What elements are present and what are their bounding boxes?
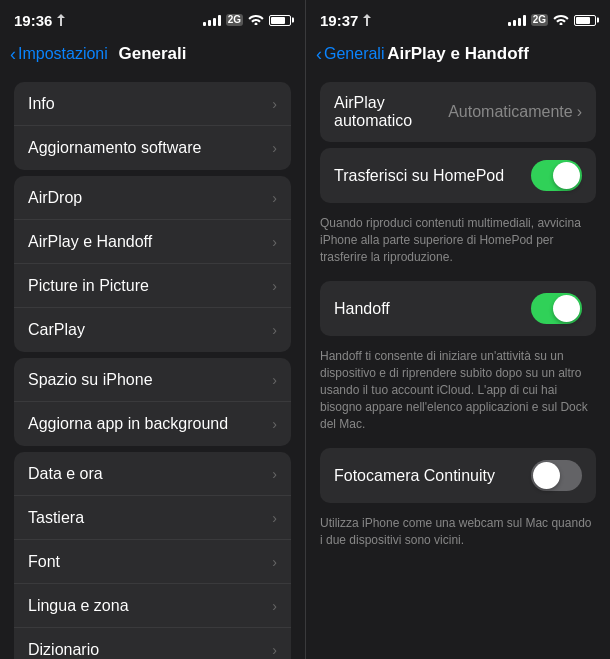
location-icon	[56, 14, 66, 26]
left-row-carplay-chevron	[272, 322, 277, 338]
left-status-bar: 19:36 2G	[0, 0, 305, 36]
left-row-pip-chevron	[272, 278, 277, 294]
right-time-text: 19:37	[320, 12, 358, 29]
right-status-icons: 2G	[508, 13, 596, 28]
left-row-airplay[interactable]: AirPlay e Handoff	[14, 220, 291, 264]
left-row-info-label: Info	[28, 95, 55, 113]
right-airplay-label: AirPlay automatico	[334, 94, 448, 130]
right-continuity-section: Fotocamera Continuity	[320, 448, 596, 503]
left-wifi-icon	[248, 13, 264, 28]
right-back-chevron: ‹	[316, 45, 322, 63]
right-handoff-description: Handoff ti consente di iniziare un'attiv…	[306, 342, 610, 442]
left-back-label: Impostazioni	[18, 45, 108, 63]
right-continuity-label: Fotocamera Continuity	[334, 467, 495, 485]
left-group-3: Spazio su iPhone Aggiorna app in backgro…	[14, 358, 291, 446]
left-row-aggiorna[interactable]: Aggiorna app in background	[14, 402, 291, 446]
left-row-info-chevron	[272, 96, 277, 112]
left-row-info[interactable]: Info	[14, 82, 291, 126]
left-row-airdrop[interactable]: AirDrop	[14, 176, 291, 220]
right-continuity-knob	[533, 462, 560, 489]
right-nav-bar: ‹ Generali AirPlay e Handoff	[306, 36, 610, 76]
left-time: 19:36	[14, 12, 66, 29]
right-homepod-label: Trasferisci su HomePod	[334, 167, 504, 185]
left-row-spazio-chevron	[272, 372, 277, 388]
right-wifi-icon	[553, 13, 569, 28]
left-row-data-label: Data e ora	[28, 465, 103, 483]
right-handoff-knob	[553, 295, 580, 322]
left-group-4: Data e ora Tastiera Font Lingua e zona	[14, 452, 291, 659]
right-handoff-toggle[interactable]	[531, 293, 582, 324]
left-back-button[interactable]: ‹ Impostazioni	[10, 45, 108, 63]
left-row-font-chevron	[272, 554, 277, 570]
left-2g-badge: 2G	[226, 14, 243, 26]
left-row-dizionario[interactable]: Dizionario	[14, 628, 291, 659]
left-row-spazio[interactable]: Spazio su iPhone	[14, 358, 291, 402]
left-row-tastiera-label: Tastiera	[28, 509, 84, 527]
left-row-tastiera[interactable]: Tastiera	[14, 496, 291, 540]
right-2g-badge: 2G	[531, 14, 548, 26]
left-row-software[interactable]: Aggiornamento software	[14, 126, 291, 170]
right-handoff-label: Handoff	[334, 300, 390, 318]
left-time-text: 19:36	[14, 12, 52, 29]
right-time: 19:37	[320, 12, 372, 29]
left-back-chevron: ‹	[10, 45, 16, 63]
left-row-font-label: Font	[28, 553, 60, 571]
left-signal	[203, 14, 221, 26]
left-nav-title: Generali	[118, 44, 186, 64]
right-homepod-description: Quando riproduci contenuti multimediali,…	[306, 209, 610, 275]
right-handoff-row[interactable]: Handoff	[320, 281, 596, 336]
right-nav-title: AirPlay e Handoff	[387, 44, 529, 64]
right-homepod-knob	[553, 162, 580, 189]
left-row-aggiorna-chevron	[272, 416, 277, 432]
right-battery-icon	[574, 15, 596, 26]
left-row-carplay-label: CarPlay	[28, 321, 85, 339]
left-row-aggiorna-label: Aggiorna app in background	[28, 415, 228, 433]
left-settings-scroll[interactable]: Info Aggiornamento software AirDrop	[0, 76, 305, 659]
left-row-tastiera-chevron	[272, 510, 277, 526]
right-location-icon	[362, 14, 372, 26]
right-airplay-chevron	[577, 103, 582, 121]
left-group-1: Info Aggiornamento software	[14, 82, 291, 170]
left-row-pip[interactable]: Picture in Picture	[14, 264, 291, 308]
left-panel: 19:36 2G ‹ Im	[0, 0, 305, 659]
right-content[interactable]: AirPlay automatico Automaticamente Trasf…	[306, 76, 610, 659]
left-row-pip-label: Picture in Picture	[28, 277, 149, 295]
left-row-font[interactable]: Font	[14, 540, 291, 584]
right-homepod-section: Trasferisci su HomePod	[320, 148, 596, 203]
left-row-data[interactable]: Data e ora	[14, 452, 291, 496]
right-airplay-row[interactable]: AirPlay automatico Automaticamente	[320, 82, 596, 142]
left-status-icons: 2G	[203, 13, 291, 28]
left-row-airdrop-chevron	[272, 190, 277, 206]
right-homepod-toggle[interactable]	[531, 160, 582, 191]
right-continuity-toggle[interactable]	[531, 460, 582, 491]
left-row-lingua[interactable]: Lingua e zona	[14, 584, 291, 628]
right-panel: 19:37 2G ‹ Ge	[305, 0, 610, 659]
left-row-airdrop-label: AirDrop	[28, 189, 82, 207]
left-battery-icon	[269, 15, 291, 26]
right-continuity-row[interactable]: Fotocamera Continuity	[320, 448, 596, 503]
right-homepod-row[interactable]: Trasferisci su HomePod	[320, 148, 596, 203]
right-back-button[interactable]: ‹ Generali	[316, 45, 384, 63]
right-status-bar: 19:37 2G	[306, 0, 610, 36]
left-row-dizionario-chevron	[272, 642, 277, 658]
left-row-lingua-label: Lingua e zona	[28, 597, 129, 615]
left-row-carplay[interactable]: CarPlay	[14, 308, 291, 352]
right-airplay-value: Automaticamente	[448, 103, 573, 121]
left-row-data-chevron	[272, 466, 277, 482]
right-handoff-section: Handoff	[320, 281, 596, 336]
right-signal	[508, 14, 526, 26]
left-row-dizionario-label: Dizionario	[28, 641, 99, 659]
left-group-2: AirDrop AirPlay e Handoff Picture in Pic…	[14, 176, 291, 352]
left-row-software-label: Aggiornamento software	[28, 139, 201, 157]
right-continuity-description: Utilizza iPhone come una webcam sul Mac …	[306, 509, 610, 559]
left-row-spazio-label: Spazio su iPhone	[28, 371, 153, 389]
left-row-airplay-chevron	[272, 234, 277, 250]
left-row-software-chevron	[272, 140, 277, 156]
left-row-airplay-label: AirPlay e Handoff	[28, 233, 152, 251]
right-back-label: Generali	[324, 45, 384, 63]
left-row-lingua-chevron	[272, 598, 277, 614]
left-nav-bar: ‹ Impostazioni Generali	[0, 36, 305, 76]
